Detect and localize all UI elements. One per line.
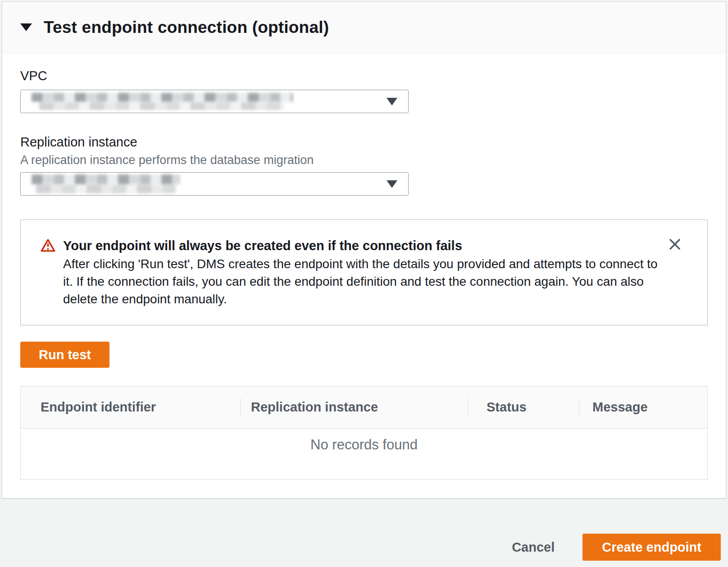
table-empty-state: No records found: [21, 429, 707, 479]
collapse-triangle-icon: [20, 23, 32, 31]
table-header-row: Endpoint identifier Replication instance…: [21, 386, 707, 429]
section-body: VPC Replication instance A replication i…: [2, 53, 726, 498]
create-endpoint-button[interactable]: Create endpoint: [582, 534, 721, 561]
warning-alert-title: Your endpoint will always be created eve…: [63, 237, 662, 254]
replication-instance-label: Replication instance: [20, 134, 708, 150]
test-endpoint-connection-panel: Test endpoint connection (optional) VPC …: [2, 1, 726, 498]
replication-instance-field: Replication instance A replication insta…: [20, 134, 708, 196]
cancel-button[interactable]: Cancel: [512, 540, 555, 555]
column-header-replication-instance[interactable]: Replication instance: [240, 400, 468, 415]
run-test-button[interactable]: Run test: [20, 342, 109, 368]
test-results-table: Endpoint identifier Replication instance…: [20, 386, 708, 480]
replication-instance-description: A replication instance performs the data…: [20, 153, 708, 167]
dropdown-caret-icon: [387, 98, 397, 105]
warning-triangle-icon: [41, 238, 55, 254]
vpc-selected-value-redacted: [32, 93, 293, 110]
section-title: Test endpoint connection (optional): [44, 18, 329, 37]
close-icon[interactable]: [668, 237, 682, 251]
vpc-label: VPC: [20, 68, 708, 83]
column-header-status[interactable]: Status: [468, 400, 578, 415]
warning-alert: Your endpoint will always be created eve…: [20, 219, 708, 325]
replication-instance-selected-value-redacted: [32, 174, 180, 193]
dropdown-caret-icon: [387, 180, 397, 188]
section-header[interactable]: Test endpoint connection (optional): [2, 2, 726, 53]
column-header-message[interactable]: Message: [578, 400, 707, 415]
warning-alert-body: After clicking 'Run test', DMS creates t…: [63, 255, 662, 308]
no-records-text: No records found: [310, 437, 418, 453]
vpc-field: VPC: [20, 68, 708, 113]
form-actions-footer: Cancel Create endpoint: [0, 498, 728, 561]
warning-alert-text: Your endpoint will always be created eve…: [63, 237, 662, 308]
replication-instance-select[interactable]: [20, 172, 409, 196]
vpc-select[interactable]: [20, 90, 409, 113]
column-header-endpoint-identifier[interactable]: Endpoint identifier: [21, 400, 240, 415]
